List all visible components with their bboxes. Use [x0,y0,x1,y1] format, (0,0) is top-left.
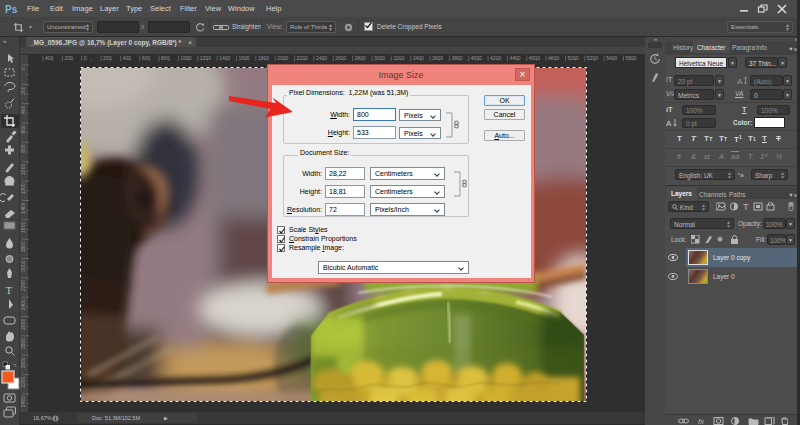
svg-text:1200: 1200 [200,55,211,61]
svg-text:4200: 4200 [490,55,501,61]
svg-text:3600: 3600 [432,55,443,61]
svg-text:2000: 2000 [277,55,288,61]
svg-text:1000: 1000 [181,55,192,61]
svg-text:3000: 3000 [374,55,385,61]
svg-text:1800: 1800 [258,55,269,61]
svg-text:3800: 3800 [451,55,462,61]
svg-text:400: 400 [20,105,26,114]
svg-text:3200: 3200 [20,376,26,387]
svg-text:200: 200 [64,55,73,61]
svg-text:A: A [666,119,672,127]
svg-text:0: 0 [84,55,87,61]
svg-text:1400: 1400 [20,202,26,213]
svg-text:4400: 4400 [509,55,520,61]
svg-text:1000: 1000 [20,164,26,175]
svg-text:2800: 2800 [20,338,26,349]
svg-text:4000: 4000 [471,55,482,61]
svg-text:5400: 5400 [606,55,617,61]
svg-text:1800: 1800 [20,241,26,252]
svg-text:3000: 3000 [20,357,26,368]
svg-text:0: 0 [20,67,26,70]
svg-text:400: 400 [122,55,131,61]
svg-text:2400: 2400 [316,55,327,61]
svg-text:2200: 2200 [20,280,26,291]
svg-text:800: 800 [161,55,170,61]
svg-text:600: 600 [142,55,151,61]
svg-text:2600: 2600 [335,55,346,61]
svg-text:T: T [6,284,13,296]
svg-text:2800: 2800 [355,55,366,61]
svg-text:600: 600 [20,125,26,134]
svg-text:3400: 3400 [413,55,424,61]
svg-text:5600: 5600 [626,55,637,61]
svg-text:2000: 2000 [20,260,26,271]
svg-text:1200: 1200 [20,183,26,194]
svg-text:800: 800 [20,144,26,153]
svg-text:T: T [743,202,749,212]
svg-text:2200: 2200 [297,55,308,61]
svg-text:A: A [737,77,743,85]
svg-text:1600: 1600 [20,222,26,233]
svg-text:3200: 3200 [393,55,404,61]
svg-text:1600: 1600 [239,55,250,61]
svg-text:4800: 4800 [548,55,559,61]
svg-text:3400: 3400 [20,396,26,407]
svg-text:fx: fx [698,417,705,425]
svg-text:400: 400 [45,55,54,61]
svg-text:1400: 1400 [219,55,230,61]
svg-text:200: 200 [20,86,26,95]
svg-text:2600: 2600 [20,318,26,329]
svg-text:5200: 5200 [587,55,598,61]
svg-text:200: 200 [103,55,112,61]
svg-text:2400: 2400 [20,299,26,310]
svg-text:4600: 4600 [529,55,540,61]
svg-text:5000: 5000 [568,55,579,61]
